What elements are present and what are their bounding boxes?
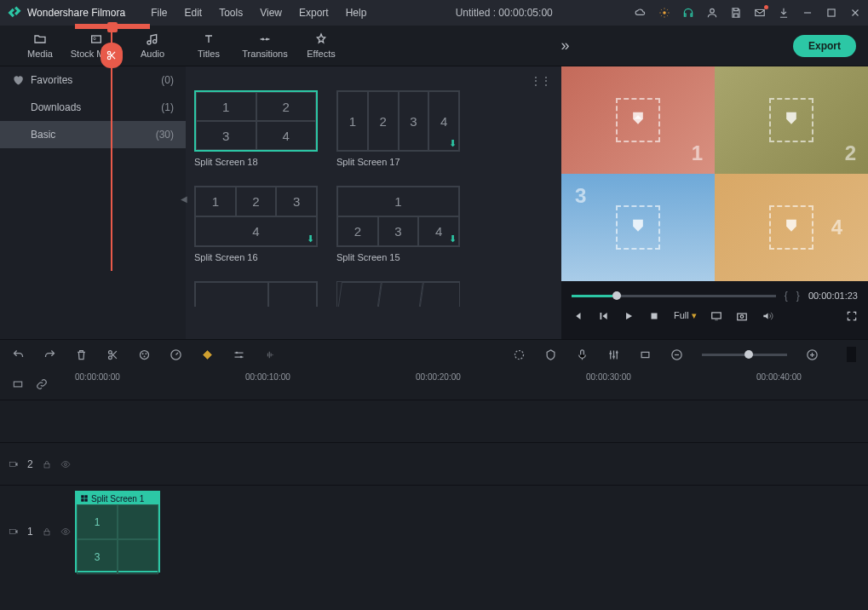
user-icon[interactable] bbox=[706, 7, 718, 19]
sidebar-item-favorites[interactable]: Favorites (0) bbox=[0, 66, 186, 94]
tab-audio[interactable]: Audio bbox=[124, 32, 181, 59]
tab-media[interactable]: Media bbox=[12, 32, 68, 59]
preview-panel: 1 2 3 4 { } 00:00:01:23 Full ▾ bbox=[561, 66, 868, 339]
display-icon[interactable] bbox=[710, 310, 722, 322]
compare-icon[interactable] bbox=[837, 347, 856, 362]
gallery-item-ss17[interactable]: 1 2 3 4 ⬇ Split Screen 17 bbox=[336, 90, 460, 167]
sidebar-item-downloads[interactable]: Downloads (1) bbox=[0, 94, 186, 121]
split-icon[interactable] bbox=[106, 348, 119, 361]
play-icon[interactable] bbox=[623, 310, 635, 322]
mail-icon[interactable] bbox=[754, 7, 766, 19]
svg-rect-33 bbox=[10, 529, 16, 533]
track-2[interactable]: 2 bbox=[0, 442, 868, 485]
document-title: Untitled : 00:00:05:00 bbox=[378, 7, 629, 19]
zoom-out-icon[interactable] bbox=[670, 348, 683, 361]
gallery-item-partial2[interactable] bbox=[336, 281, 460, 307]
speed-icon[interactable] bbox=[170, 348, 182, 361]
cut-marker-icon[interactable] bbox=[101, 43, 123, 68]
gallery-item-ss18[interactable]: 1 2 3 4 Split Screen 18 bbox=[194, 90, 318, 167]
crop-icon[interactable] bbox=[639, 348, 652, 361]
minimize-icon[interactable] bbox=[802, 7, 813, 19]
sidebar: Favorites (0) Downloads (1) Basic (30) bbox=[0, 66, 186, 339]
export-button[interactable]: Export bbox=[793, 35, 856, 57]
svg-point-9 bbox=[740, 315, 744, 319]
track-1[interactable]: 1 Split Screen 1 13 bbox=[0, 485, 868, 577]
svg-rect-24 bbox=[641, 352, 649, 357]
svg-rect-39 bbox=[84, 498, 87, 501]
svg-rect-23 bbox=[616, 351, 618, 353]
collapse-sidebar-icon[interactable]: ◀ bbox=[181, 194, 187, 204]
menu-export[interactable]: Export bbox=[292, 3, 336, 22]
eye-icon[interactable] bbox=[60, 459, 71, 469]
eye-icon[interactable] bbox=[60, 527, 71, 537]
delete-icon[interactable] bbox=[75, 348, 88, 361]
gallery-item-ss16[interactable]: 1 2 3 4 ⬇ Split Screen 16 bbox=[194, 186, 318, 262]
svg-point-0 bbox=[663, 11, 666, 14]
gallery-item-ss15[interactable]: 1 2 3 4 ⬇ Split Screen 15 bbox=[336, 186, 460, 262]
svg-point-12 bbox=[141, 350, 149, 359]
preview-timecode: 00:00:01:23 bbox=[808, 291, 858, 301]
svg-rect-37 bbox=[84, 495, 87, 498]
tab-effects[interactable]: Effects bbox=[293, 32, 349, 59]
preview-canvas[interactable]: 1 2 3 4 bbox=[561, 66, 868, 281]
save-icon[interactable] bbox=[730, 7, 742, 19]
lock-icon[interactable] bbox=[42, 459, 52, 469]
svg-rect-36 bbox=[81, 495, 83, 498]
brand-name: Wondershare Filmora bbox=[27, 7, 125, 19]
menu-view[interactable]: View bbox=[253, 3, 289, 22]
fit-timeline-icon[interactable] bbox=[12, 378, 24, 390]
mic-icon[interactable] bbox=[576, 348, 589, 361]
undo-icon[interactable] bbox=[12, 348, 25, 361]
cloud-icon[interactable] bbox=[635, 7, 647, 19]
timeline-clip[interactable]: Split Screen 1 13 bbox=[75, 491, 160, 573]
volume-icon[interactable] bbox=[762, 310, 773, 322]
timeline-ruler[interactable]: 00:00:00:00 00:00:10:00 00:00:20:00 00:0… bbox=[0, 369, 868, 400]
gallery-item-partial1[interactable]: 2 bbox=[194, 281, 318, 307]
loop-in-icon[interactable]: { bbox=[785, 290, 788, 302]
grid-handle-icon[interactable]: ⋮⋮ bbox=[531, 75, 551, 87]
svg-rect-21 bbox=[610, 353, 612, 354]
close-icon[interactable] bbox=[849, 7, 861, 19]
prev-frame-icon[interactable] bbox=[572, 310, 583, 322]
menu-edit[interactable]: Edit bbox=[178, 3, 210, 22]
video-track-icon bbox=[9, 527, 19, 537]
link-icon[interactable] bbox=[36, 378, 48, 390]
redo-icon[interactable] bbox=[43, 348, 56, 361]
download-icon[interactable] bbox=[778, 7, 790, 19]
stop-icon[interactable] bbox=[648, 310, 660, 322]
split-screen-gallery: ⋮⋮ ◀ 1 2 3 4 Split Screen 18 1 2 3 4 ⬇ S… bbox=[186, 66, 561, 339]
timeline-toolbar bbox=[0, 340, 868, 369]
tab-titles[interactable]: Titles bbox=[181, 32, 237, 59]
zoom-in-icon[interactable] bbox=[806, 348, 819, 361]
menu-tools[interactable]: Tools bbox=[212, 3, 250, 22]
zoom-slider[interactable] bbox=[702, 354, 787, 356]
playhead[interactable] bbox=[107, 22, 118, 32]
render-icon[interactable] bbox=[513, 348, 526, 361]
snapshot-icon[interactable] bbox=[736, 310, 748, 322]
tab-transitions[interactable]: Transitions bbox=[237, 32, 293, 59]
lock-icon[interactable] bbox=[42, 527, 52, 537]
marker-icon[interactable] bbox=[544, 348, 557, 361]
more-tabs-icon[interactable]: » bbox=[560, 37, 569, 55]
mixer-icon[interactable] bbox=[607, 348, 620, 361]
heart-icon bbox=[12, 74, 24, 86]
fullscreen-icon[interactable] bbox=[846, 310, 858, 322]
menu-help[interactable]: Help bbox=[339, 3, 374, 22]
preview-scrubber[interactable] bbox=[572, 295, 776, 297]
loop-out-icon[interactable]: } bbox=[796, 290, 800, 302]
track-number: 2 bbox=[27, 458, 33, 470]
maximize-icon[interactable] bbox=[825, 7, 837, 19]
svg-point-18 bbox=[240, 355, 243, 358]
audio-wave-icon[interactable] bbox=[264, 348, 277, 361]
color-icon[interactable] bbox=[138, 348, 151, 361]
step-back-icon[interactable] bbox=[597, 310, 609, 322]
svg-point-1 bbox=[710, 9, 715, 13]
menu-file[interactable]: File bbox=[144, 3, 174, 22]
sparkle-icon[interactable] bbox=[658, 7, 670, 19]
settings-icon[interactable] bbox=[233, 348, 245, 361]
svg-point-13 bbox=[142, 353, 144, 354]
headphones-icon[interactable] bbox=[682, 7, 694, 19]
keyframe-icon[interactable] bbox=[201, 348, 214, 361]
sidebar-item-basic[interactable]: Basic (30) bbox=[0, 121, 186, 148]
quality-dropdown[interactable]: Full ▾ bbox=[674, 310, 697, 322]
